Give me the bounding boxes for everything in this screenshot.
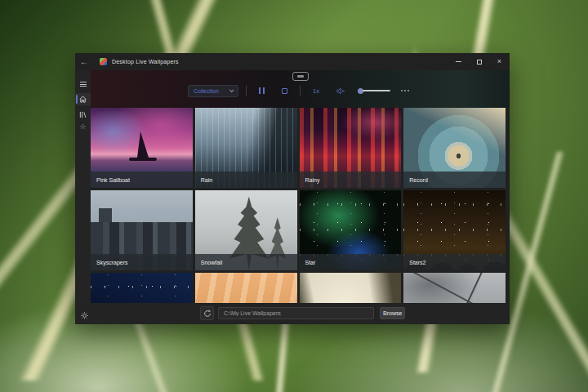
stop-icon [282, 88, 287, 94]
home-icon [79, 96, 87, 103]
selected-indicator [76, 95, 78, 104]
wallpaper-grid: Pink Sailboat Rain Rainy Record Skyscrap… [91, 108, 506, 303]
sidebar-item-favorites[interactable]: ☆ [75, 120, 91, 132]
wallpaper-label: Rainy [300, 172, 402, 188]
speed-label: 1x [313, 87, 319, 95]
wallpaper-tile[interactable] [403, 273, 506, 303]
wallpaper-tile[interactable]: Stars2 [403, 190, 506, 270]
more-options-button[interactable] [398, 90, 412, 91]
window-controls: × [448, 53, 510, 70]
close-icon: × [497, 58, 501, 65]
main-content: Collection 1x [91, 70, 510, 324]
wallpaper-tile[interactable]: Star [300, 190, 402, 270]
refresh-icon [203, 310, 212, 318]
maximize-icon [477, 60, 482, 65]
gear-icon [80, 311, 89, 320]
wallpaper-label: Star [300, 254, 402, 270]
minimize-button[interactable] [448, 53, 469, 70]
app-icon [100, 58, 107, 65]
collection-dropdown[interactable]: Collection [188, 85, 238, 97]
speaker-mute-icon [336, 87, 345, 95]
wallpaper-thumbnail [195, 273, 297, 303]
settings-button[interactable] [78, 310, 90, 321]
wallpaper-thumbnail [300, 273, 402, 303]
wallpaper-thumbnail [91, 273, 193, 303]
wallpaper-tile[interactable]: Skyscrapers [91, 190, 193, 270]
sidebar-item-library[interactable] [75, 109, 91, 121]
wallpaper-tile[interactable]: Rain [195, 108, 297, 188]
mute-button[interactable] [332, 85, 350, 96]
wallpaper-label: Pink Sailboat [91, 172, 193, 188]
stop-button[interactable] [277, 85, 292, 96]
playback-speed-button[interactable]: 1x [308, 85, 324, 96]
chevron-down-icon [229, 87, 234, 92]
sidebar-item-home[interactable] [75, 93, 91, 105]
wallpaper-path-input[interactable] [218, 307, 374, 319]
collection-label: Collection [194, 88, 219, 94]
minimize-icon [456, 61, 461, 62]
back-button[interactable]: ← [75, 53, 93, 70]
titlebar: ← Desktop Live Wallpapers × [75, 53, 510, 70]
wallpaper-tile[interactable]: Record [403, 108, 506, 188]
wallpaper-tile[interactable]: Snowfall [195, 190, 297, 270]
pause-button[interactable] [254, 85, 270, 96]
close-button[interactable]: × [489, 53, 510, 70]
wallpaper-tile[interactable]: Pink Sailboat [91, 108, 193, 188]
wallpaper-label: Record [403, 172, 506, 188]
wallpaper-tile[interactable] [300, 273, 402, 303]
library-icon [79, 111, 87, 118]
wallpaper-label: Rain [195, 172, 297, 188]
toolbar: Collection 1x [91, 84, 510, 97]
wallpaper-tile[interactable] [91, 273, 193, 303]
volume-slider[interactable] [358, 88, 390, 94]
wallpaper-tile[interactable]: Rainy [300, 108, 402, 188]
volume-slider-track [363, 90, 390, 91]
browse-button[interactable]: Browse [380, 307, 405, 319]
wallpaper-label: Skyscrapers [91, 254, 193, 270]
wallpaper-label: Stars2 [403, 254, 506, 270]
toolbar-divider [246, 86, 247, 96]
bottom-bar: Browse [75, 303, 510, 324]
sidebar-menu-button[interactable] [75, 78, 91, 90]
toolbar-divider [300, 86, 301, 96]
hamburger-icon [80, 82, 87, 87]
pause-icon [259, 87, 265, 94]
monitor-widget-icon[interactable] [292, 72, 309, 81]
window-title: Desktop Live Wallpapers [112, 59, 179, 65]
maximize-button[interactable] [469, 53, 489, 70]
sidebar: ☆ [75, 70, 91, 324]
wallpaper-thumbnail [403, 273, 506, 303]
wallpaper-label: Snowfall [195, 254, 297, 270]
wallpaper-tile[interactable] [195, 273, 297, 303]
app-window: ← Desktop Live Wallpapers × ☆ [75, 53, 510, 324]
monitor-dash [297, 75, 304, 78]
refresh-button[interactable] [200, 306, 214, 320]
star-icon: ☆ [79, 122, 86, 131]
